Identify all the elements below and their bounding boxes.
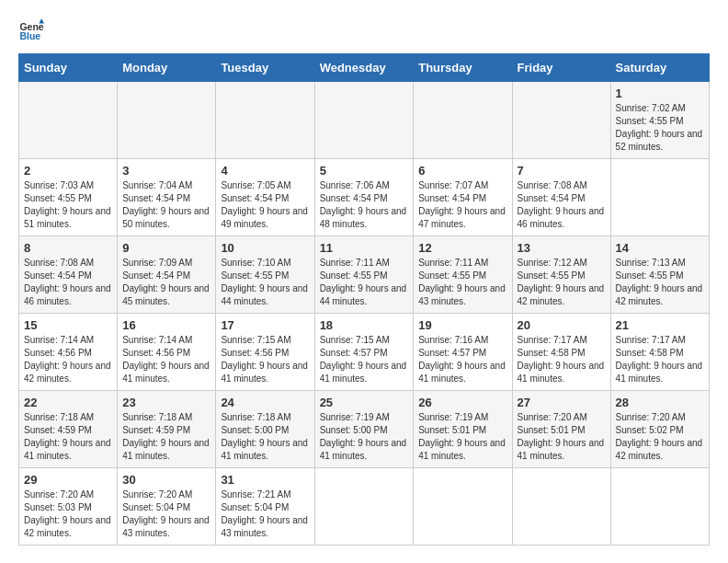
day-cell-1: 1Sunrise: 7:02 AMSunset: 4:55 PMDaylight… [610,82,709,159]
week-row-1: 1Sunrise: 7:02 AMSunset: 4:55 PMDaylight… [19,82,710,159]
col-header-thursday: Thursday [414,54,512,82]
col-header-friday: Friday [512,54,610,82]
day-cell-29: 29Sunrise: 7:20 AMSunset: 5:03 PMDayligh… [19,468,118,546]
day-cell-20: 20Sunrise: 7:17 AMSunset: 4:58 PMDayligh… [512,314,610,391]
day-cell-16: 16Sunrise: 7:14 AMSunset: 4:56 PMDayligh… [118,314,216,391]
day-cell-22: 22Sunrise: 7:18 AMSunset: 4:59 PMDayligh… [19,391,118,468]
logo-icon: General Blue [18,18,44,44]
col-header-saturday: Saturday [610,54,709,82]
col-header-tuesday: Tuesday [216,54,314,82]
day-cell-11: 11Sunrise: 7:11 AMSunset: 4:55 PMDayligh… [314,236,414,314]
day-cell-14: 14Sunrise: 7:13 AMSunset: 4:55 PMDayligh… [610,236,709,314]
empty-cell [512,468,610,546]
empty-cell [414,82,512,159]
day-cell-19: 19Sunrise: 7:16 AMSunset: 4:57 PMDayligh… [414,314,512,391]
week-row-3: 8Sunrise: 7:08 AMSunset: 4:54 PMDaylight… [19,236,710,314]
day-cell-23: 23Sunrise: 7:18 AMSunset: 4:59 PMDayligh… [118,391,216,468]
col-header-wednesday: Wednesday [314,54,414,82]
day-cell-21: 21Sunrise: 7:17 AMSunset: 4:58 PMDayligh… [610,314,709,391]
day-cell-30: 30Sunrise: 7:20 AMSunset: 5:04 PMDayligh… [118,468,216,546]
empty-cell [610,159,709,236]
day-cell-6: 6Sunrise: 7:07 AMSunset: 4:54 PMDaylight… [414,159,512,236]
day-cell-2: 2Sunrise: 7:03 AMSunset: 4:55 PMDaylight… [19,159,118,236]
day-cell-13: 13Sunrise: 7:12 AMSunset: 4:55 PMDayligh… [512,236,610,314]
empty-cell [19,82,118,159]
empty-cell [414,468,512,546]
day-cell-7: 7Sunrise: 7:08 AMSunset: 4:54 PMDaylight… [512,159,610,236]
day-cell-12: 12Sunrise: 7:11 AMSunset: 4:55 PMDayligh… [414,236,512,314]
day-cell-24: 24Sunrise: 7:18 AMSunset: 5:00 PMDayligh… [216,391,314,468]
col-header-sunday: Sunday [19,54,118,82]
day-cell-10: 10Sunrise: 7:10 AMSunset: 4:55 PMDayligh… [216,236,314,314]
day-cell-27: 27Sunrise: 7:20 AMSunset: 5:01 PMDayligh… [512,391,610,468]
day-cell-5: 5Sunrise: 7:06 AMSunset: 4:54 PMDaylight… [314,159,414,236]
day-cell-28: 28Sunrise: 7:20 AMSunset: 5:02 PMDayligh… [610,391,709,468]
week-row-4: 15Sunrise: 7:14 AMSunset: 4:56 PMDayligh… [19,314,710,391]
empty-cell [216,82,314,159]
empty-cell [512,82,610,159]
day-cell-15: 15Sunrise: 7:14 AMSunset: 4:56 PMDayligh… [19,314,118,391]
logo: General Blue [18,18,48,44]
day-cell-4: 4Sunrise: 7:05 AMSunset: 4:54 PMDaylight… [216,159,314,236]
week-row-2: 2Sunrise: 7:03 AMSunset: 4:55 PMDaylight… [19,159,710,236]
day-cell-17: 17Sunrise: 7:15 AMSunset: 4:56 PMDayligh… [216,314,314,391]
week-row-5: 22Sunrise: 7:18 AMSunset: 4:59 PMDayligh… [19,391,710,468]
empty-cell [118,82,216,159]
day-cell-3: 3Sunrise: 7:04 AMSunset: 4:54 PMDaylight… [118,159,216,236]
empty-cell [314,468,414,546]
empty-cell [314,82,414,159]
day-cell-18: 18Sunrise: 7:15 AMSunset: 4:57 PMDayligh… [314,314,414,391]
day-cell-9: 9Sunrise: 7:09 AMSunset: 4:54 PMDaylight… [118,236,216,314]
svg-text:Blue: Blue [19,30,40,41]
header: General Blue [18,18,710,44]
day-cell-25: 25Sunrise: 7:19 AMSunset: 5:00 PMDayligh… [314,391,414,468]
calendar-table: SundayMondayTuesdayWednesdayThursdayFrid… [18,53,710,546]
week-row-6: 29Sunrise: 7:20 AMSunset: 5:03 PMDayligh… [19,468,710,546]
day-cell-26: 26Sunrise: 7:19 AMSunset: 5:01 PMDayligh… [414,391,512,468]
empty-cell [610,468,709,546]
day-cell-8: 8Sunrise: 7:08 AMSunset: 4:54 PMDaylight… [19,236,118,314]
header-row: SundayMondayTuesdayWednesdayThursdayFrid… [19,54,710,82]
day-cell-31: 31Sunrise: 7:21 AMSunset: 5:04 PMDayligh… [216,468,314,546]
col-header-monday: Monday [118,54,216,82]
